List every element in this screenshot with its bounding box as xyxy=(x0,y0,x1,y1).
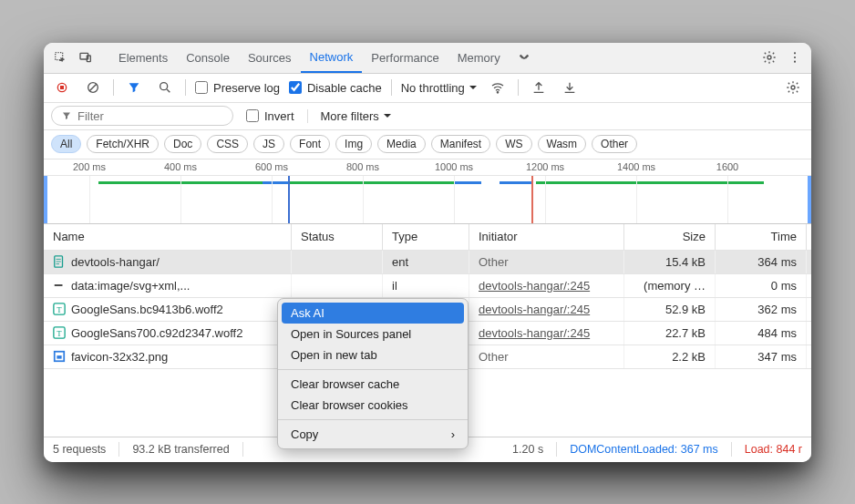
ctx-clear-browser-cookies[interactable]: Clear browser cookies xyxy=(278,395,468,416)
col-type[interactable]: Type xyxy=(383,224,469,250)
cell-size: 52.9 kB xyxy=(624,298,716,321)
kebab-menu-icon[interactable] xyxy=(784,46,806,68)
upload-har-icon[interactable] xyxy=(528,77,550,98)
svg-rect-8 xyxy=(60,86,64,89)
more-filters-select[interactable]: More filters xyxy=(307,109,392,123)
status-finish: 1.20 s xyxy=(512,443,543,456)
cell-time: 362 ms xyxy=(716,298,807,321)
chevron-right-icon: › xyxy=(451,427,455,441)
inspect-icon[interactable] xyxy=(49,46,71,68)
preserve-log-label: Preserve log xyxy=(213,81,280,95)
type-filter-css[interactable]: CSS xyxy=(207,135,248,153)
cell-initiator[interactable]: devtools-hangar/:245 xyxy=(469,322,624,345)
type-filter-other[interactable]: Other xyxy=(592,135,637,153)
cell-name: TGoogleSans700.c92d2347.woff2 xyxy=(44,322,292,345)
col-time[interactable]: Time xyxy=(716,224,807,250)
cell-status xyxy=(292,251,383,273)
tab-console[interactable]: Console xyxy=(177,43,239,74)
col-size[interactable]: Size xyxy=(624,224,716,250)
cell-name: favicon-32x32.png xyxy=(44,345,292,368)
timeline-tick: 800 ms xyxy=(346,161,379,172)
timeline-labels: 200 ms400 ms600 ms800 ms1000 ms1200 ms14… xyxy=(44,159,811,176)
tab-elements[interactable]: Elements xyxy=(109,43,177,74)
cell-name: devtools-hangar/ xyxy=(44,251,292,273)
type-filter-fetchxhr[interactable]: Fetch/XHR xyxy=(87,135,159,153)
cell-time: 0 ms xyxy=(716,274,807,297)
col-initiator[interactable]: Initiator xyxy=(469,224,624,250)
panel-settings-gear-icon[interactable] xyxy=(782,77,804,98)
disable-cache-label: Disable cache xyxy=(307,81,382,95)
filter-input[interactable]: Filter xyxy=(51,106,233,126)
settings-gear-icon[interactable] xyxy=(758,46,780,68)
cell-name: data:image/svg+xml,... xyxy=(44,274,292,297)
search-icon[interactable] xyxy=(154,77,176,98)
svg-rect-26 xyxy=(57,355,61,359)
cell-status xyxy=(292,274,383,297)
cell-size: (memory … xyxy=(624,274,716,297)
type-filter-font[interactable]: Font xyxy=(290,135,330,153)
ctx-copy[interactable]: Copy› xyxy=(278,424,468,445)
more-tabs-icon[interactable] xyxy=(513,46,535,68)
type-filter-ws[interactable]: WS xyxy=(496,135,531,153)
download-har-icon[interactable] xyxy=(559,77,581,98)
cell-time: 484 ms xyxy=(716,322,807,345)
col-status[interactable]: Status xyxy=(292,224,383,250)
tab-memory[interactable]: Memory xyxy=(448,43,510,74)
invert-checkbox[interactable]: Invert xyxy=(246,109,294,123)
tab-sources[interactable]: Sources xyxy=(239,43,301,74)
timeline-tick: 200 ms xyxy=(73,161,106,172)
clear-icon[interactable] xyxy=(82,77,104,98)
type-filter-img[interactable]: Img xyxy=(335,135,372,153)
svg-text:T: T xyxy=(57,329,62,338)
throttling-label: No throttling xyxy=(401,81,465,95)
timeline-tick: 1400 ms xyxy=(617,161,655,172)
ctx-clear-browser-cache[interactable]: Clear browser cache xyxy=(278,374,468,395)
table-row[interactable]: data:image/svg+xml,...ildevtools-hangar/… xyxy=(44,274,811,298)
device-toggle-icon[interactable] xyxy=(75,46,97,68)
timeline-tick: 400 ms xyxy=(164,161,197,172)
table-row[interactable]: devtools-hangar/entOther15.4 kB364 ms xyxy=(44,251,811,274)
cell-initiator[interactable]: Other xyxy=(469,345,624,368)
timeline-tick: 1200 ms xyxy=(526,161,564,172)
timeline-tick: 1000 ms xyxy=(435,161,473,172)
cell-size: 2.2 kB xyxy=(624,345,716,368)
ctx-ask-ai[interactable]: Ask AI xyxy=(282,303,464,324)
status-requests: 5 requests xyxy=(53,443,106,456)
type-filter-doc[interactable]: Doc xyxy=(164,135,201,153)
type-filter-all[interactable]: All xyxy=(51,135,81,153)
tabs-container: ElementsConsoleSourcesNetworkPerformance… xyxy=(109,43,510,74)
cell-initiator[interactable]: devtools-hangar/:245 xyxy=(469,298,624,321)
svg-point-4 xyxy=(794,52,796,54)
network-toolbar: Preserve log Disable cache No throttling xyxy=(44,74,811,103)
type-filter-media[interactable]: Media xyxy=(377,135,426,153)
svg-point-5 xyxy=(794,57,796,58)
svg-text:T: T xyxy=(57,305,62,314)
network-conditions-icon[interactable] xyxy=(487,77,509,98)
filter-row: Filter Invert More filters xyxy=(44,103,811,130)
context-menu: Ask AIOpen in Sources panelOpen in new t… xyxy=(277,298,469,449)
tab-network[interactable]: Network xyxy=(301,43,363,74)
invert-label: Invert xyxy=(264,109,294,123)
type-filter-manifest[interactable]: Manifest xyxy=(431,135,490,153)
more-filters-label: More filters xyxy=(321,109,379,123)
tab-performance[interactable]: Performance xyxy=(362,43,448,74)
svg-point-3 xyxy=(767,56,771,59)
record-icon[interactable] xyxy=(51,77,73,98)
type-filter-js[interactable]: JS xyxy=(253,135,284,153)
ctx-open-in-new-tab[interactable]: Open in new tab xyxy=(278,345,468,365)
timeline-overview[interactable]: 200 ms400 ms600 ms800 ms1000 ms1200 ms14… xyxy=(44,159,811,223)
main-tabstrip: ElementsConsoleSourcesNetworkPerformance… xyxy=(44,43,811,74)
resource-type-filter: AllFetch/XHRDocCSSJSFontImgMediaManifest… xyxy=(44,130,811,159)
svg-line-10 xyxy=(89,84,97,91)
ctx-open-in-sources-panel[interactable]: Open in Sources panel xyxy=(278,324,468,345)
cell-initiator[interactable]: Other xyxy=(469,251,624,273)
cell-size: 15.4 kB xyxy=(624,251,716,273)
throttling-select[interactable]: No throttling xyxy=(401,81,478,95)
preserve-log-checkbox[interactable]: Preserve log xyxy=(195,81,280,95)
col-name[interactable]: Name xyxy=(44,224,292,250)
disable-cache-checkbox[interactable]: Disable cache xyxy=(289,81,382,95)
cell-initiator[interactable]: devtools-hangar/:245 xyxy=(469,274,624,297)
type-filter-wasm[interactable]: Wasm xyxy=(538,135,587,153)
cell-name: TGoogleSans.bc9413b6.woff2 xyxy=(44,298,292,321)
filter-funnel-icon[interactable] xyxy=(123,77,145,98)
